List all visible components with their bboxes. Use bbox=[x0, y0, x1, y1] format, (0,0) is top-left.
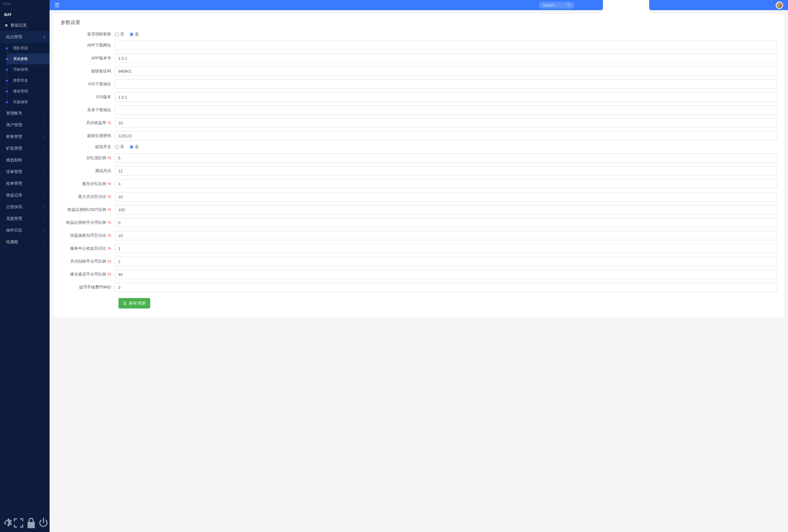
chevron-right-icon: › bbox=[44, 182, 45, 185]
sidebar-sub-sys-params[interactable]: 系统参数 bbox=[7, 54, 50, 64]
sidebar-item-label: 收益记录 bbox=[6, 192, 22, 198]
label-shareholder-div-ratio: 股东分红比例% bbox=[61, 181, 115, 186]
sidebar-item-label: 充提管理 bbox=[6, 216, 22, 221]
sidebar-sub-change-pwd[interactable]: 修改密码 bbox=[7, 86, 50, 97]
sidebar-item-label: 用户管理 bbox=[6, 122, 22, 128]
chevron-right-icon: › bbox=[44, 147, 45, 150]
hamburger-icon[interactable]: ☰ bbox=[55, 2, 59, 8]
radio-withdraw-yes[interactable]: 是 bbox=[130, 144, 139, 150]
sidebar-item-wallet-xfer[interactable]: 钱包划转 › bbox=[0, 154, 50, 166]
chevron-right-icon: › bbox=[44, 229, 45, 232]
search-box[interactable] bbox=[539, 2, 574, 8]
chevron-right-icon: › bbox=[44, 240, 45, 244]
sidebar-item-user-mgmt[interactable]: 用户管理 › bbox=[0, 119, 50, 131]
sidebar-item-grab[interactable]: 抢单管理 › bbox=[0, 178, 50, 189]
radio-force-update: 否 是 bbox=[115, 32, 777, 37]
input-super-code[interactable] bbox=[115, 66, 777, 76]
chevron-right-icon: › bbox=[44, 217, 45, 220]
chevron-right-icon: › bbox=[44, 194, 45, 197]
label-dividend-pool-ratio: 分红池比例% bbox=[61, 155, 115, 161]
lock-icon[interactable] bbox=[25, 516, 37, 530]
input-shareholder-div-ratio[interactable] bbox=[115, 179, 777, 189]
chevron-right-icon: › bbox=[44, 123, 45, 127]
input-consensus-rate[interactable] bbox=[115, 118, 777, 127]
sidebar: EXM BAT 数据总览 站点管理 ▾ 团队奖励 系统参数 币种管理 推荐奖金 … bbox=[0, 0, 50, 532]
input-service-center-pct[interactable] bbox=[115, 244, 777, 253]
search-input[interactable] bbox=[543, 3, 567, 7]
chevron-right-icon: › bbox=[44, 135, 45, 139]
sidebar-item-label: 钱包划转 bbox=[6, 157, 22, 163]
radio-force-update-yes[interactable]: 是 bbox=[130, 32, 139, 37]
sidebar-item-home[interactable]: 数据总览 bbox=[0, 19, 50, 31]
sidebar-subnav-site-mgmt: 团队奖励 系统参数 币种管理 推荐奖金 修改密码 转盘抽奖 bbox=[7, 43, 50, 107]
sidebar-sub-team-reward[interactable]: 团队奖励 bbox=[7, 43, 50, 54]
sidebar-item-deposit[interactable]: 充提管理 › bbox=[0, 213, 50, 224]
home-icon bbox=[4, 23, 8, 27]
input-android-url[interactable] bbox=[115, 105, 777, 115]
sidebar-item-label: 站点管理 bbox=[6, 34, 22, 40]
sidebar-item-label: 抢单管理 bbox=[6, 181, 22, 186]
logo-text: EXM bbox=[0, 0, 50, 10]
avatar[interactable] bbox=[776, 2, 783, 9]
sidebar-item-label: 公告快讯 bbox=[6, 204, 22, 210]
sidebar-item-carousel[interactable]: 轮播图 › bbox=[0, 236, 50, 248]
radio-force-update-no[interactable]: 否 bbox=[115, 32, 124, 37]
chevron-right-icon: › bbox=[44, 159, 45, 162]
chevron-down-icon: ▾ bbox=[44, 35, 45, 39]
radio-withdraw-no[interactable]: 否 bbox=[115, 144, 124, 150]
input-profit-usdt-ratio[interactable] bbox=[115, 205, 777, 214]
save-button[interactable]: 保存/更新 bbox=[119, 298, 150, 309]
sidebar-item-finance[interactable]: 财务管理 › bbox=[0, 131, 50, 142]
brand-text: BAT bbox=[0, 10, 50, 19]
input-app-version[interactable] bbox=[115, 54, 777, 63]
gear-icon[interactable] bbox=[0, 516, 12, 530]
label-android-url: 安卓下载地址 bbox=[61, 107, 115, 113]
input-liquidation-return-ratio[interactable] bbox=[115, 270, 777, 279]
input-ios-url[interactable] bbox=[115, 79, 777, 89]
save-icon bbox=[123, 301, 127, 306]
chevron-right-icon: › bbox=[44, 170, 45, 174]
sidebar-item-op-log[interactable]: 操作日志 › bbox=[0, 224, 50, 236]
sidebar-footer bbox=[0, 514, 50, 532]
input-super-trade-pwd[interactable] bbox=[115, 131, 777, 140]
sidebar-item-profit-log[interactable]: 收益记录 › bbox=[0, 189, 50, 201]
sidebar-item-label: 管理账号 bbox=[6, 111, 22, 116]
sidebar-item-label: 轮播图 bbox=[6, 239, 18, 245]
input-consensus-deduct-platform[interactable] bbox=[115, 257, 777, 266]
input-test-consensus[interactable] bbox=[115, 166, 777, 176]
sidebar-sub-rec-bonus[interactable]: 推荐奖金 bbox=[7, 75, 50, 86]
sidebar-item-label: 数据总览 bbox=[11, 22, 27, 28]
label-super-trade-pwd: 超级交易密码 bbox=[61, 133, 115, 139]
input-profit-platform-ratio[interactable] bbox=[115, 218, 777, 227]
input-ios-version[interactable] bbox=[115, 92, 777, 102]
input-dividend-pool-ratio[interactable] bbox=[115, 153, 777, 162]
sidebar-sub-coin-mgmt[interactable]: 币种管理 bbox=[7, 64, 50, 75]
label-app-url: APP下载网址 bbox=[61, 42, 115, 48]
topbar: ☰ bbox=[50, 0, 788, 10]
input-withdraw-fee-coin-id[interactable] bbox=[115, 283, 777, 292]
search-icon[interactable] bbox=[567, 3, 571, 7]
input-app-url[interactable] bbox=[115, 41, 777, 50]
sidebar-item-rank[interactable]: 排单管理 › bbox=[0, 166, 50, 178]
label-service-center-pct: 服务中心收益百分比% bbox=[61, 246, 115, 251]
sidebar-item-site-mgmt[interactable]: 站点管理 ▾ bbox=[0, 31, 50, 43]
label-test-consensus: 测试共识 bbox=[61, 168, 115, 174]
fullscreen-icon[interactable] bbox=[12, 516, 25, 530]
label-force-update: 是否强制更新 bbox=[61, 32, 115, 37]
page-title: 参数设置 bbox=[61, 19, 777, 26]
chevron-right-icon: › bbox=[44, 112, 45, 115]
input-max-consensus-pct[interactable] bbox=[115, 192, 777, 201]
label-ios-version: IOS版本 bbox=[61, 94, 115, 100]
save-button-label: 保存/更新 bbox=[129, 300, 146, 306]
sidebar-item-notice[interactable]: 公告快讯 › bbox=[0, 201, 50, 213]
label-ios-url: IOS下载地址 bbox=[61, 81, 115, 87]
sidebar-nav: 数据总览 站点管理 ▾ 团队奖励 系统参数 币种管理 推荐奖金 修改密码 转盘抽… bbox=[0, 19, 50, 514]
label-withdraw-fee-coin-id: 提币手续费币种ID bbox=[61, 284, 115, 290]
input-lottery-deduct-pct[interactable] bbox=[115, 231, 777, 240]
sidebar-item-admin-acct[interactable]: 管理账号 › bbox=[0, 107, 50, 119]
sidebar-item-miner[interactable]: 矿机管理 › bbox=[0, 142, 50, 154]
chevron-right-icon: › bbox=[44, 205, 45, 209]
sidebar-sub-lottery[interactable]: 转盘抽奖 bbox=[7, 97, 50, 107]
settings-panel: 参数设置 是否强制更新 否 是 APP下载网址 APP bbox=[53, 14, 784, 317]
power-icon[interactable] bbox=[37, 516, 50, 530]
